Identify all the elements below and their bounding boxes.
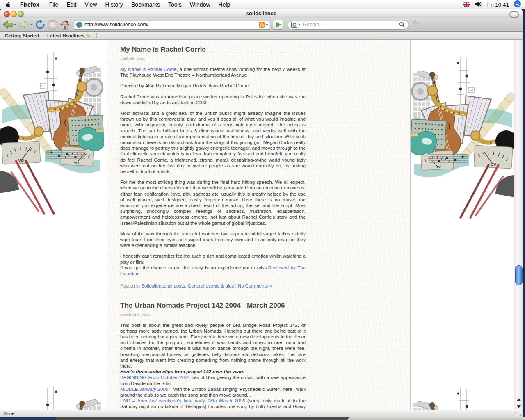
status-text: Done	[3, 411, 15, 417]
post-title: The Urban Nomads Project 142 2004 - Marc…	[120, 301, 306, 311]
window-title: solidsilence	[0, 9, 523, 18]
url-dropdown-icon[interactable]	[266, 24, 268, 25]
bookmark-label: Latest Headlines	[47, 33, 84, 38]
paragraph: Most activists and a great deal of the B…	[120, 110, 306, 174]
volume-icon[interactable]	[475, 1, 482, 8]
menu-history[interactable]: History	[101, 0, 127, 9]
post-meta-line: Posted in Solidsilence all posts, Genera…	[120, 283, 306, 289]
browser-window: solidsilence http://www.s	[0, 9, 523, 417]
back-dropdown-icon[interactable]	[14, 24, 16, 25]
link-audio-end[interactable]: END –	[120, 398, 137, 403]
instrument-collage-illustration	[0, 381, 104, 410]
emphasis-is: is	[205, 265, 209, 270]
audio-clips-heading: Here's three audio clips from project 14…	[120, 369, 306, 374]
blog-article: My Name is Rachel Corrie April 8th, 2006…	[120, 46, 306, 410]
search-field[interactable]: G Google	[288, 20, 409, 30]
scroll-up-button[interactable]	[514, 396, 523, 403]
window-shadow	[56, 417, 347, 420]
right-art-panel	[410, 40, 514, 410]
paragraph: Rachel Corrie was an American peace work…	[120, 94, 306, 105]
back-button[interactable]	[2, 20, 16, 29]
bookmarks-separator	[96, 33, 97, 38]
forward-icon	[19, 20, 30, 29]
paragraph: I honestly can't remember feeling such a…	[120, 253, 306, 265]
link-audio-beginning[interactable]: BEGINNING From October 2004	[120, 375, 190, 380]
status-bar: Done	[0, 410, 523, 417]
url-field[interactable]: http://www.solidsilence.com/	[74, 20, 270, 30]
desktop-bottom-strip	[0, 417, 525, 420]
url-text[interactable]: http://www.solidsilence.com/	[84, 22, 259, 27]
forward-button[interactable]	[19, 20, 33, 29]
bookmark-latest-headlines[interactable]: Latest Headlines	[42, 33, 94, 38]
link-audio-middle-date[interactable]: January 2005	[139, 387, 168, 392]
link-category-events-gigs[interactable]: General events & gigs	[187, 283, 234, 288]
post-rachel-corrie: My Name is Rachel Corrie April 8th, 2006…	[120, 46, 306, 289]
scrollbar-thumb[interactable]	[515, 265, 523, 285]
search-magnifier-icon[interactable]	[399, 22, 405, 28]
paragraph-text: If you get the chance to go, this really	[120, 265, 205, 270]
back-icon	[2, 20, 13, 29]
posted-in-label: Posted in	[120, 283, 141, 288]
uk-flag-icon[interactable]	[463, 1, 470, 8]
menu-window[interactable]: Window	[186, 0, 215, 9]
svg-text:G: G	[292, 22, 296, 28]
audio-clip-line: BEGINNING From October 2004 lots of Shiv…	[120, 374, 306, 386]
resize-grip[interactable]	[515, 411, 522, 417]
menu-file[interactable]: File	[45, 0, 63, 9]
scroll-down-button[interactable]	[514, 403, 523, 410]
separator: |	[234, 283, 237, 288]
instrument-collage-illustration	[411, 383, 514, 410]
post-urban-nomads: The Urban Nomads Project 142 2004 - Marc…	[120, 301, 306, 411]
menu-bookmarks[interactable]: Bookmarks	[127, 0, 164, 9]
desktop: Firefox File Edit View History Bookmarks…	[0, 0, 525, 420]
audio-clip-line: MIDDLE January 2005 – with the Bindoo Ba…	[120, 386, 306, 398]
vertical-scrollbar[interactable]	[514, 40, 523, 410]
spotlight-icon[interactable]	[514, 0, 521, 9]
scroll-down-icon	[517, 405, 521, 408]
navigation-toolbar: http://www.solidsilence.com/ G Google	[0, 18, 523, 32]
menu-edit[interactable]: Edit	[62, 0, 80, 9]
paragraph: If you get the chance to go, this really…	[120, 265, 306, 276]
menu-bar: Firefox File Edit View History Bookmarks…	[0, 0, 525, 9]
home-icon	[60, 20, 70, 30]
instrument-collage-illustration	[0, 48, 104, 294]
go-button[interactable]	[273, 20, 283, 30]
window-titlebar[interactable]: solidsilence	[0, 9, 523, 18]
link-audio-middle[interactable]: MIDDLE	[120, 387, 139, 392]
forward-dropdown-icon[interactable]	[30, 24, 33, 25]
menu-tools[interactable]: Tools	[164, 0, 186, 9]
menu-firefox[interactable]: Firefox	[16, 0, 45, 9]
globe-icon	[76, 22, 82, 28]
stop-button[interactable]	[48, 20, 57, 30]
paragraph-text: an experience not to miss.	[209, 265, 268, 270]
link-category-all-posts[interactable]: Solidsilence all posts	[141, 283, 185, 288]
post-title: My Name is Rachel Corrie	[120, 46, 306, 55]
link-no-comments[interactable]: No Comments »	[238, 283, 272, 288]
search-engine-dropdown-icon[interactable]	[298, 24, 301, 25]
go-icon	[275, 22, 281, 27]
reload-button[interactable]	[35, 20, 45, 30]
menu-view[interactable]: View	[80, 0, 101, 9]
rss-icon[interactable]	[259, 22, 265, 28]
main-column: My Name is Rachel Corrie April 8th, 2006…	[107, 40, 410, 410]
search-placeholder[interactable]: Google	[303, 22, 399, 27]
menu-clock[interactable]: Fri 10:41	[487, 2, 509, 8]
dock-edge[interactable]	[347, 417, 525, 420]
paragraph: This post is about the great and lovely …	[120, 322, 306, 369]
link-audio-end-date[interactable]: from last weekend's final party 18th Mar…	[137, 398, 245, 403]
paragraph-text: –	[168, 387, 173, 392]
throbber-icon	[412, 20, 420, 29]
bookmark-getting-started[interactable]: Getting Started	[0, 33, 42, 38]
paragraph: For me the most striking thing was durin…	[120, 179, 306, 226]
left-art-panel	[0, 40, 107, 410]
apple-menu-icon[interactable]	[0, 2, 16, 8]
post-date: April 8th, 2006	[120, 57, 306, 61]
toolbar-toggle-lozenge[interactable]	[509, 11, 519, 18]
menu-help[interactable]: Help	[215, 0, 235, 9]
bookmarks-toolbar: Getting Started Latest Headlines	[0, 32, 523, 40]
desktop-background	[0, 417, 56, 420]
google-logo-icon[interactable]: G	[291, 22, 297, 28]
reload-icon	[35, 20, 45, 30]
home-button[interactable]	[60, 20, 70, 30]
link-my-name-is-rachel-corrie[interactable]: My Name is Rachel Corrie	[120, 67, 176, 72]
